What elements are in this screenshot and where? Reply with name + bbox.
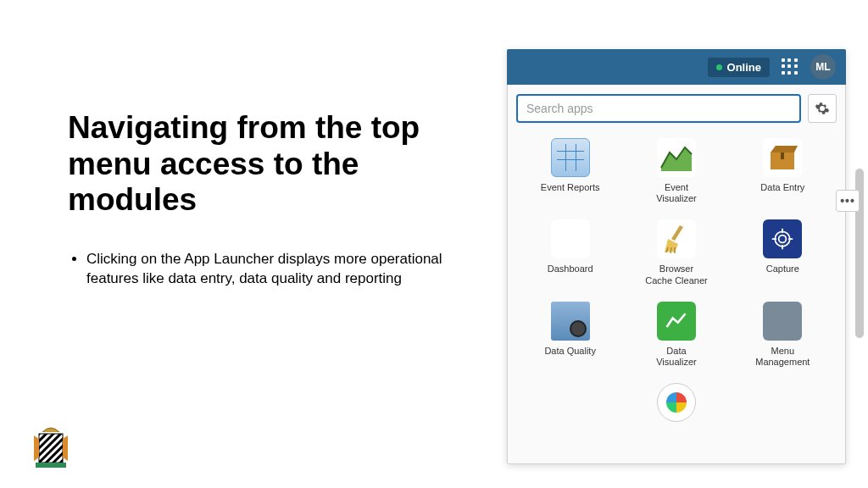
dashboard-icon: [551, 219, 590, 258]
app-label: Data Entry: [760, 182, 804, 193]
app-capture[interactable]: Capture: [732, 216, 833, 289]
search-row: [516, 94, 837, 123]
box-icon: [763, 138, 802, 177]
app-event-visualizer[interactable]: Event Visualizer: [626, 135, 726, 208]
svg-rect-1: [39, 434, 63, 463]
app-launcher-icon[interactable]: [782, 58, 798, 75]
app-data-visualizer[interactable]: Data Visualizer: [626, 298, 726, 371]
area-chart-icon: [657, 138, 696, 177]
quality-icon: [551, 302, 590, 341]
app-label: Dashboard: [548, 263, 593, 274]
slide-title: Navigating from the top menu access to t…: [68, 110, 458, 219]
svg-point-4: [776, 232, 791, 247]
svg-point-5: [779, 236, 787, 243]
app-label: Capture: [766, 263, 799, 274]
online-badge: Online: [708, 58, 770, 77]
coat-of-arms-icon: [24, 419, 78, 473]
gear-icon: [815, 101, 830, 116]
app-menu-management[interactable]: Menu Management: [732, 298, 833, 371]
app-label: Browser Cache Cleaner: [645, 263, 707, 286]
app-label: Event Visualizer: [656, 182, 697, 204]
more-button[interactable]: •••: [836, 190, 860, 212]
table-icon: [551, 138, 590, 177]
bullet-item: Clicking on the App Launcher displays mo…: [86, 250, 466, 289]
svg-rect-3: [36, 463, 66, 468]
app-data-quality[interactable]: Data Quality: [520, 298, 620, 371]
menu-icon: [763, 302, 802, 341]
user-avatar[interactable]: ML: [810, 54, 836, 80]
search-input[interactable]: [516, 94, 801, 123]
status-dot-icon: [716, 64, 722, 70]
bullet-list: Clicking on the App Launcher displays mo…: [68, 250, 466, 289]
apps-grid: Event Reports Event Visualizer Data Entr…: [516, 135, 837, 425]
app-dashboard[interactable]: Dashboard: [520, 216, 620, 289]
online-label: Online: [727, 61, 761, 74]
top-bar: Online ML: [507, 49, 846, 85]
app-more[interactable]: [626, 380, 726, 425]
pie-icon: [657, 383, 696, 422]
settings-button[interactable]: [808, 94, 837, 123]
broom-icon: [657, 219, 696, 258]
app-event-reports[interactable]: Event Reports: [520, 135, 620, 208]
line-chart-icon: [657, 302, 696, 341]
app-label: Data Visualizer: [656, 346, 697, 368]
app-label: Menu Management: [755, 346, 810, 368]
app-data-entry[interactable]: Data Entry: [732, 135, 833, 208]
app-launcher-panel: Event Reports Event Visualizer Data Entr…: [507, 49, 846, 464]
app-cache-cleaner[interactable]: Browser Cache Cleaner: [626, 216, 726, 289]
app-label: Event Reports: [541, 182, 600, 193]
target-icon: [763, 219, 802, 258]
app-label: Data Quality: [544, 346, 596, 357]
